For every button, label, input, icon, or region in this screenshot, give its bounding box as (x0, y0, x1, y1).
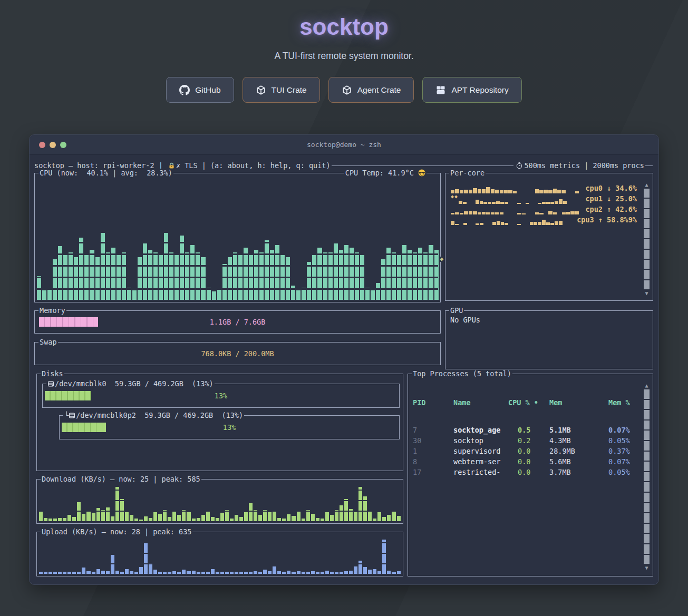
status-end-line (645, 165, 653, 166)
status-tls: ✗ TLS (176, 161, 198, 170)
tree-branch-glyph: └ (64, 411, 69, 419)
scroll-up-icon[interactable]: ▲ (645, 383, 648, 388)
cpu0-sparkline (451, 183, 583, 193)
cpu-panel: CPU (now: 40.1% | avg: 28.3%) CPU Temp: … (34, 173, 441, 302)
cpu-panel-title: CPU (now: 40.1% | avg: 28.3%) (38, 169, 173, 177)
disk-mmcblk0-title: /dev/mmcblk0 59.3GB / 469.2GB (13%) (46, 379, 215, 388)
processes-panel: Top Processes (5 total) PID Name CPU % •… (408, 374, 653, 576)
terminal-window: socktop@demo ~ zsh socktop — host: rpi-w… (29, 134, 659, 585)
percore-row-cpu1: ◆◆ cpu1 ↓ 25.0% (451, 193, 637, 204)
lock-icon (168, 162, 175, 169)
upload-panel: Upload (KB/s) — now: 28 | peak: 635 (36, 532, 403, 576)
col-pid: PID (413, 397, 453, 408)
processes-table-header[interactable]: PID Name CPU % • Mem Mem % (413, 397, 639, 408)
apt-repository-button[interactable]: APT Repository (422, 77, 521, 103)
cpu1-sparkline (459, 193, 583, 204)
sunglasses-emoji-icon (418, 169, 425, 177)
memory-usage-label: 1.1GB / 7.6GB (35, 318, 440, 326)
disks-panel-title: Disks (41, 369, 64, 378)
percore-row-cpu2: cpu2 ↑ 42.6% (451, 204, 637, 214)
percore-panel: Per-core cpu0 ↓ 34.6% ◆◆ cpu1 ↓ 25.0% cp… (445, 173, 653, 301)
upload-panel-title: Upload (KB/s) — now: 28 | peak: 635 (41, 527, 192, 536)
hard-disk-icon (69, 412, 75, 419)
col-name: Name (453, 397, 508, 408)
status-divider-line (332, 165, 514, 166)
percore-row-cpu0: cpu0 ↓ 34.6% (451, 183, 637, 193)
gpu-status-text: No GPUs (450, 316, 480, 324)
disk-mmcblk0p2-percent-label: 13% (60, 423, 399, 432)
cpu1-label: cpu1 ↓ 25.0% (585, 193, 637, 204)
scroll-up-icon[interactable]: ▲ (645, 182, 648, 188)
status-keys: | (a: about, h: help, q: quit) (198, 161, 331, 170)
process-row[interactable]: 30socktop0.24.3MB0.05% (413, 435, 639, 446)
disk-mmcblk0p2-panel: └/dev/mmcblk0p2 59.3GB / 469.2GB (13%) 1… (59, 415, 400, 439)
hard-disk-icon (47, 380, 54, 387)
agent-crate-button[interactable]: Agent Crate (328, 77, 414, 103)
tui-crate-button-label: TUI Crate (272, 85, 307, 95)
package-icon (256, 85, 266, 95)
cpu1-diamond-markers: ◆◆ (451, 193, 458, 199)
process-row[interactable]: 8webterm-ser0.05.6MB0.07% (413, 456, 639, 467)
cpu0-label: cpu0 ↓ 34.6% (585, 183, 637, 193)
agent-crate-button-label: Agent Crate (357, 85, 401, 95)
processes-table-rows: 7socktop_age0.55.1MB0.07%30socktop0.24.3… (413, 425, 639, 477)
process-row[interactable]: 1supervisord0.028.9MB0.37% (413, 446, 639, 456)
processes-panel-title: Top Processes (5 total) (412, 369, 512, 378)
process-row[interactable]: 17restricted-0.03.7MB0.05% (413, 467, 639, 477)
gpu-panel-title: GPU (449, 306, 464, 315)
percore-scrollbar[interactable]: ▲ ▼ (643, 182, 650, 296)
disk-mmcblk0-percent-label: 13% (43, 392, 399, 400)
swap-panel: Swap 768.0KB / 200.0MB (34, 342, 441, 365)
disk-mmcblk0-panel: /dev/mmcblk0 59.3GB / 469.2GB (13%) 13% (42, 384, 400, 408)
processes-table: PID Name CPU % • Mem Mem % 7socktop_age0… (413, 380, 639, 494)
status-intervals: 500ms metrics | 2000ms procs (524, 161, 644, 170)
page-title: socktop (0, 14, 688, 40)
percore-panel-title: Per-core (449, 169, 486, 177)
archive-icon (435, 85, 446, 95)
processes-scrollbar[interactable]: ▲ ▼ (643, 383, 650, 571)
window-controls (39, 135, 66, 154)
memory-panel-title: Memory (38, 306, 66, 315)
hero-buttons: GitHub TUI Crate Agent Crate APT Reposit… (0, 77, 688, 103)
percore-scrollbar-track[interactable] (644, 189, 650, 289)
cpu-history-chart (37, 181, 438, 300)
cpu3-label: cpu3 ↑ 58.8%9% (577, 214, 637, 225)
tui-crate-button[interactable]: TUI Crate (243, 77, 320, 103)
page-subtitle: A TUI-first remote system monitor. (0, 51, 688, 62)
cpu2-sparkline (451, 204, 583, 214)
cpu2-label: cpu2 ↑ 42.6% (585, 204, 637, 214)
upload-chart-cell-grid (39, 540, 401, 574)
terminal-titlebar: socktop@demo ~ zsh (30, 135, 658, 155)
stopwatch-icon (516, 162, 523, 169)
gpu-panel: GPU No GPUs (445, 310, 653, 369)
terminal-title: socktop@demo ~ zsh (307, 141, 381, 149)
download-panel-title: Download (KB/s) — now: 25 | peak: 585 (41, 475, 201, 483)
disks-panel: Disks /dev/mmcblk0 59.3GB / 469.2GB (13%… (36, 374, 403, 471)
col-mem: Mem (549, 397, 608, 408)
processes-scrollbar-track[interactable] (644, 389, 650, 564)
swap-usage-label: 768.0KB / 200.0MB (35, 349, 440, 358)
scroll-down-icon[interactable]: ▼ (645, 565, 648, 571)
github-button-label: GitHub (195, 85, 220, 95)
memory-panel: Memory 1.1GB / 7.6GB (34, 310, 441, 334)
cpu-panel-edge-marker: ◆ (440, 257, 443, 262)
disk-mmcblk0p2-title: └/dev/mmcblk0p2 59.3GB / 469.2GB (13%) (63, 411, 244, 419)
process-row[interactable]: 7socktop_age0.55.1MB0.07% (413, 425, 639, 435)
apt-repository-button-label: APT Repository (451, 85, 508, 95)
swap-panel-title: Swap (38, 338, 58, 346)
col-memp: Mem % (608, 397, 639, 408)
percore-row-cpu3: cpu3 ↑ 58.8%9% (451, 214, 637, 225)
percore-rows: cpu0 ↓ 34.6% ◆◆ cpu1 ↓ 25.0% cpu2 ↑ 42.6… (451, 183, 637, 225)
maximize-window-icon[interactable] (60, 142, 66, 148)
col-cpu: CPU % • (508, 397, 549, 408)
github-button[interactable]: GitHub (166, 77, 234, 103)
minimize-window-icon[interactable] (50, 142, 56, 148)
download-panel: Download (KB/s) — now: 25 | peak: 585 (36, 479, 403, 524)
github-icon (179, 85, 190, 95)
upload-chart (39, 540, 401, 574)
cpu3-sparkline (451, 214, 575, 225)
scroll-down-icon[interactable]: ▼ (645, 290, 648, 296)
close-window-icon[interactable] (39, 142, 45, 148)
cpu-temp-label: CPU Temp: 41.9°C (344, 169, 427, 177)
package-icon (342, 85, 352, 95)
